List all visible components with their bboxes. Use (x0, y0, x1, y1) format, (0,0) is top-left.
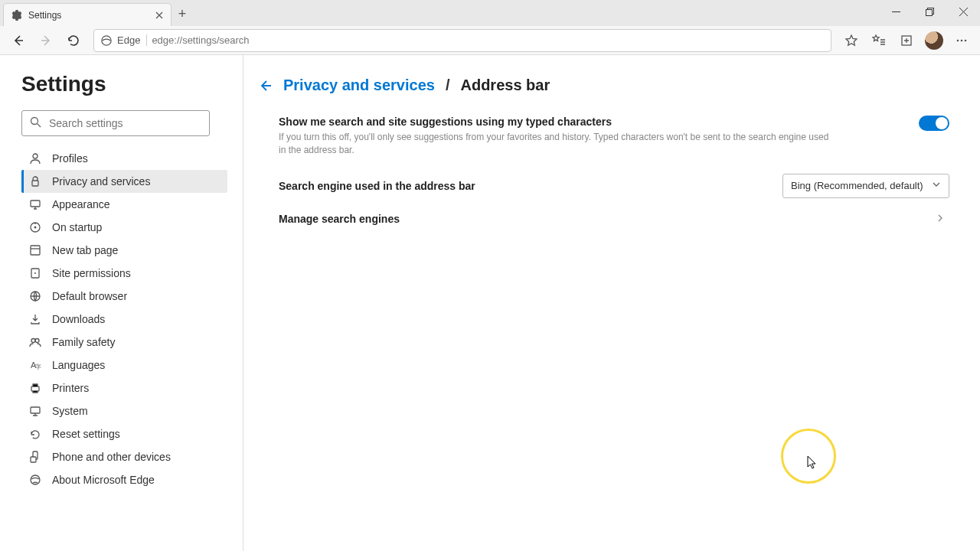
setting-suggestions: Show me search and site suggestions usin… (279, 116, 949, 157)
minimize-button[interactable] (879, 0, 913, 23)
sidebar-item-label: Profiles (52, 152, 88, 165)
breadcrumb-parent-link[interactable]: Privacy and services (283, 77, 435, 94)
setting-suggestions-label: Show me search and site suggestions usin… (279, 116, 830, 128)
search-engine-dropdown[interactable]: Bing (Recommended, default) (782, 174, 949, 198)
svg-point-18 (35, 339, 39, 343)
svg-rect-10 (31, 201, 40, 207)
manage-engines-label: Manage search engines (279, 213, 400, 225)
suggestions-toggle[interactable] (919, 116, 949, 131)
titlebar: Settings + (0, 0, 980, 26)
setting-engine-label: Search engine used in the address bar (279, 180, 475, 192)
maximize-button[interactable] (913, 0, 946, 23)
sidebar-item-default-browser[interactable]: Default browser (21, 285, 227, 308)
sidebar-item-label: Reset settings (52, 428, 120, 440)
sidebar-item-label: New tab page (52, 244, 118, 256)
sidebar-item-printers[interactable]: Printers (21, 377, 227, 399)
sidebar-item-profiles[interactable]: Profiles (21, 147, 227, 170)
close-tab-button[interactable] (154, 10, 165, 21)
browser-tab[interactable]: Settings (3, 3, 172, 26)
svg-text:字: 字 (35, 364, 41, 370)
svg-point-6 (965, 39, 967, 41)
dropdown-selected: Bing (Recommended, default) (791, 180, 923, 191)
sidebar-item-label: Privacy and services (52, 175, 150, 187)
svg-rect-13 (31, 246, 40, 255)
sidebar-item-label: Downloads (52, 313, 105, 325)
chevron-down-icon (932, 180, 941, 191)
settings-search-input[interactable] (49, 117, 201, 129)
search-icon (30, 116, 41, 131)
svg-point-7 (31, 117, 38, 124)
nav-icon (29, 405, 41, 417)
back-button[interactable] (6, 28, 31, 53)
favorites-list-button[interactable] (867, 28, 891, 53)
svg-rect-21 (31, 386, 39, 391)
nav-icon: A字 (29, 359, 41, 371)
nav-icon (29, 382, 41, 394)
svg-rect-22 (31, 407, 40, 413)
svg-point-25 (31, 475, 40, 484)
sidebar-item-label: Languages (52, 359, 105, 371)
nav-icon (29, 221, 41, 233)
favorite-button[interactable] (839, 28, 864, 53)
sidebar-item-languages[interactable]: A字Languages (21, 354, 227, 377)
refresh-button[interactable] (61, 28, 86, 53)
settings-search[interactable] (21, 110, 210, 136)
svg-point-5 (961, 39, 963, 41)
url-text: edge://settings/search (152, 34, 249, 46)
svg-rect-9 (32, 181, 38, 186)
sidebar-item-site-permissions[interactable]: Site permissions (21, 262, 227, 285)
more-button[interactable] (949, 28, 974, 53)
nav-icon (29, 198, 41, 210)
sidebar-item-label: System (52, 405, 88, 417)
setting-suggestions-desc: If you turn this off, you'll only see su… (279, 131, 830, 157)
svg-point-4 (957, 39, 959, 41)
sidebar-item-label: On startup (52, 221, 102, 233)
forward-button[interactable] (34, 28, 58, 53)
svg-point-15 (34, 272, 36, 274)
svg-point-8 (33, 154, 38, 158)
nav-icon (29, 474, 41, 486)
profile-button[interactable] (922, 28, 946, 53)
nav-icon (29, 244, 41, 256)
breadcrumb-current: Address bar (460, 77, 550, 94)
sidebar-item-downloads[interactable]: Downloads (21, 308, 227, 331)
nav-icon (29, 428, 41, 440)
svg-rect-24 (31, 457, 36, 462)
sidebar-item-label: Family safety (52, 336, 115, 348)
sidebar-item-label: Site permissions (52, 267, 131, 279)
sidebar-item-privacy-and-services[interactable]: Privacy and services (21, 170, 227, 193)
site-identity: Edge (117, 34, 147, 46)
manage-search-engines-row[interactable]: Manage search engines (279, 212, 949, 226)
new-tab-button[interactable]: + (172, 3, 193, 24)
svg-point-12 (34, 227, 37, 229)
nav-icon (29, 451, 41, 463)
close-window-button[interactable] (946, 0, 980, 23)
sidebar-item-system[interactable]: System (21, 399, 227, 422)
breadcrumb: Privacy and services / Address bar (257, 77, 949, 94)
sidebar-item-family-safety[interactable]: Family safety (21, 331, 227, 354)
svg-point-17 (31, 339, 35, 343)
sidebar-item-label: Phone and other devices (52, 451, 171, 463)
sidebar-item-on-startup[interactable]: On startup (21, 216, 227, 239)
sidebar-item-about-microsoft-edge[interactable]: About Microsoft Edge (21, 468, 227, 491)
window-controls (879, 0, 980, 23)
nav-icon (29, 336, 41, 348)
nav-icon (29, 152, 41, 165)
avatar-icon (925, 31, 943, 50)
sidebar-item-label: About Microsoft Edge (52, 474, 155, 486)
sidebar-item-phone-and-other-devices[interactable]: Phone and other devices (21, 445, 227, 468)
edge-icon (100, 34, 113, 47)
content: Settings ProfilesPrivacy and servicesApp… (0, 55, 980, 551)
sidebar-item-reset-settings[interactable]: Reset settings (21, 422, 227, 445)
sidebar-item-label: Appearance (52, 198, 110, 210)
breadcrumb-back-button[interactable] (257, 78, 273, 93)
address-bar[interactable]: Edge edge://settings/search (93, 29, 831, 52)
collections-button[interactable] (894, 28, 919, 53)
setting-search-engine: Search engine used in the address bar Bi… (279, 174, 949, 198)
nav-icon (29, 175, 41, 187)
tab-title: Settings (28, 10, 148, 21)
chevron-right-icon (936, 212, 945, 226)
sidebar-item-new-tab-page[interactable]: New tab page (21, 239, 227, 262)
sidebar-item-appearance[interactable]: Appearance (21, 193, 227, 216)
settings-nav: ProfilesPrivacy and servicesAppearanceOn… (21, 147, 227, 491)
